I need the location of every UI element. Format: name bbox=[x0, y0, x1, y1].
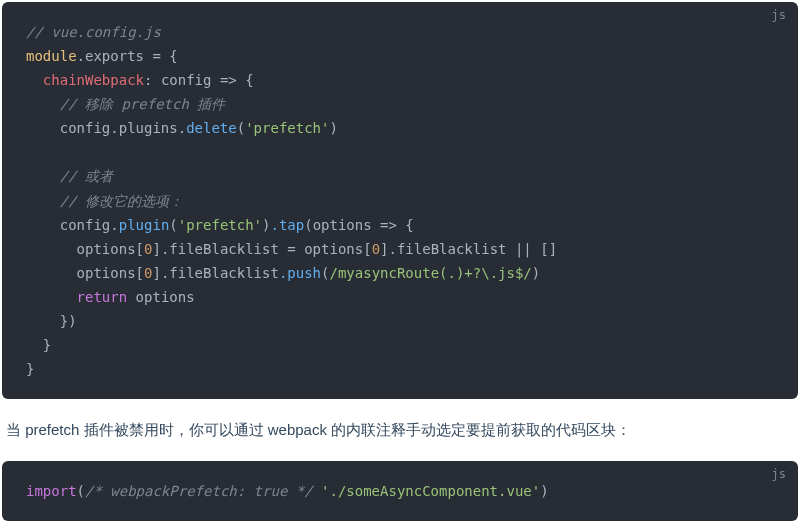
tok-rb2: ].fileBlacklist bbox=[380, 241, 506, 257]
code-block-import: js import(/* webpackPrefetch: true */ '.… bbox=[2, 461, 798, 521]
tok-ob3: options[ bbox=[77, 265, 144, 281]
tok-path: './someAsyncComponent.vue' bbox=[321, 483, 540, 499]
tok-paren-close: ) bbox=[532, 265, 540, 281]
comment-remove: // 移除 prefetch 插件 bbox=[60, 96, 226, 112]
comment-or: // 或者 bbox=[60, 168, 113, 184]
tok-import: import bbox=[26, 483, 77, 499]
tok-plugin: plugin bbox=[119, 217, 170, 233]
tok-prefetch-str: 'prefetch' bbox=[245, 120, 329, 136]
tok-space bbox=[313, 483, 321, 499]
tok-eq-open: = { bbox=[144, 48, 178, 64]
tok-zero2: 0 bbox=[372, 241, 380, 257]
tok-close-pb: }) bbox=[60, 313, 77, 329]
code-language-label: js bbox=[772, 467, 786, 481]
tok-close-b1: } bbox=[43, 337, 51, 353]
tok-rb3: ].fileBlacklist bbox=[152, 265, 278, 281]
tok-tap: .tap bbox=[270, 217, 304, 233]
paragraph-prefetch-explain: 当 prefetch 插件被禁用时，你可以通过 webpack 的内联注释手动选… bbox=[6, 417, 794, 443]
code-block-vue-config: js // vue.config.js module.exports = { c… bbox=[2, 2, 798, 399]
code-content[interactable]: // vue.config.js module.exports = { chai… bbox=[26, 20, 774, 381]
tok-paren: ( bbox=[237, 120, 245, 136]
tok-exports: .exports bbox=[77, 48, 144, 64]
tok-options: options bbox=[313, 217, 372, 233]
tok-chainwebpack: chainWebpack bbox=[43, 72, 144, 88]
tok-regex: /myasyncRoute(.)+?\.js$/ bbox=[329, 265, 531, 281]
comment-modify: // 修改它的选项： bbox=[60, 193, 183, 209]
tok-or-empty: || [] bbox=[507, 241, 558, 257]
tok-ob: options[ bbox=[77, 241, 144, 257]
tok-ob2: options[ bbox=[304, 241, 371, 257]
tok-delete: delete bbox=[186, 120, 237, 136]
tok-close-b2: } bbox=[26, 361, 34, 377]
tok-rb: ].fileBlacklist bbox=[152, 241, 278, 257]
tok-return: return bbox=[77, 289, 128, 305]
tok-options2: options bbox=[136, 289, 195, 305]
tok-prefetch-str2: 'prefetch' bbox=[178, 217, 262, 233]
tok-paren-close: ) bbox=[329, 120, 337, 136]
tok-push: .push bbox=[279, 265, 321, 281]
code-language-label: js bbox=[772, 8, 786, 22]
tok-webpack-comment: /* webpackPrefetch: true */ bbox=[85, 483, 313, 499]
tok-cfg-plugin: config. bbox=[60, 217, 119, 233]
tok-arrow: => { bbox=[211, 72, 253, 88]
tok-paren: ( bbox=[304, 217, 312, 233]
code-content[interactable]: import(/* webpackPrefetch: true */ './so… bbox=[26, 479, 774, 503]
tok-paren-close: ) bbox=[540, 483, 548, 499]
tok-cfg-plugins: config.plugins. bbox=[60, 120, 186, 136]
tok-arrow2: => { bbox=[372, 217, 414, 233]
tok-eq: = bbox=[279, 241, 304, 257]
comment-file: // vue.config.js bbox=[26, 24, 161, 40]
tok-module: module bbox=[26, 48, 77, 64]
tok-paren-open: ( bbox=[77, 483, 85, 499]
tok-paren: ( bbox=[169, 217, 177, 233]
tok-config: config bbox=[161, 72, 212, 88]
tok-colon: : bbox=[144, 72, 161, 88]
